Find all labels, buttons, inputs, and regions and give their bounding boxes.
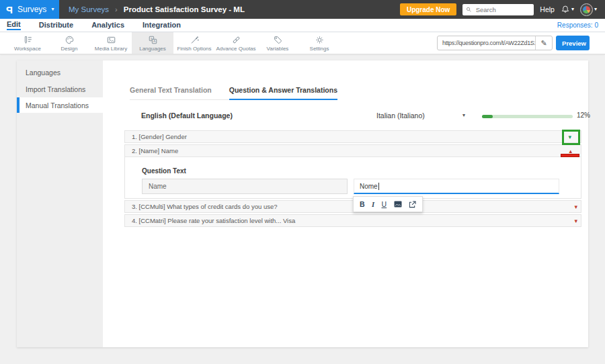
toolbar-items: Workspace Media Library Design Media Lib…: [7, 32, 340, 54]
account-menu[interactable]: ▾: [580, 3, 597, 16]
source-text-field[interactable]: Name: [142, 179, 348, 194]
preview-button[interactable]: Preview: [556, 36, 590, 50]
sidebar-item-languages[interactable]: Languages: [17, 64, 103, 80]
underline-button[interactable]: U: [382, 200, 387, 208]
question-title: 4. [CCMatri] Please rate your satisfacti…: [132, 217, 295, 224]
bold-button[interactable]: B: [360, 200, 365, 208]
chevron-down-icon: ▾: [594, 7, 597, 12]
toolbar-item-variables[interactable]: Variables: [257, 32, 298, 54]
tab-general-text-translation[interactable]: General Text Translation: [130, 86, 212, 99]
chain-link-icon: [231, 35, 241, 45]
image-icon: [394, 201, 402, 208]
target-language-select[interactable]: Italian (Italiano): [376, 111, 425, 120]
breadcrumb-separator: ›: [115, 5, 118, 13]
expand-caret-icon[interactable]: ▾: [568, 134, 571, 140]
toolbar-item-media-library[interactable]: Media Library: [90, 32, 132, 54]
edit-toolbar: Workspace Media Library Design Media Lib…: [0, 32, 605, 54]
format-toolbar: B I U: [353, 196, 423, 212]
question-row-gender[interactable]: 1. [Gender] Gender ▾: [124, 130, 581, 143]
expand-caret-icon[interactable]: ▾: [574, 218, 577, 224]
topbar-right: Upgrade Now Help ▾ ▾: [400, 3, 605, 16]
product-menu-label: Surveys: [17, 5, 46, 14]
chevron-down-icon: ▾: [51, 7, 54, 12]
gear-icon: [315, 35, 325, 45]
toolbar-item-workspace[interactable]: Workspace: [7, 32, 48, 54]
tab-question-answer-translations[interactable]: Question & Answer Translations: [229, 86, 337, 100]
avatar: [580, 3, 593, 16]
magic-wand-icon: [190, 35, 200, 45]
pencil-icon: ✎: [540, 39, 547, 48]
question-title: 1. [Gender] Gender: [132, 133, 187, 140]
expand-caret-icon[interactable]: ▾: [574, 203, 577, 210]
svg-text:a: a: [150, 37, 152, 40]
toolbar-item-languages[interactable]: aA Languages: [132, 32, 173, 54]
collapse-caret-icon[interactable]: ▴: [569, 148, 572, 154]
bell-icon: [561, 5, 570, 14]
progress-percent: 12%: [577, 111, 590, 119]
palette-icon: [65, 35, 75, 45]
workspace-icon: [23, 35, 33, 45]
breadcrumb-my-surveys[interactable]: My Surveys: [69, 5, 109, 13]
external-link-icon: [409, 201, 416, 208]
toolbar-item-finish-options[interactable]: Finish Options: [173, 32, 215, 54]
question-row-ccmatri[interactable]: 4. [CCMatri] Please rate your satisfacti…: [124, 214, 581, 227]
toolbar-item-advance-quotas[interactable]: Advance Quotas: [215, 32, 257, 54]
nav-item-integration[interactable]: Integration: [143, 21, 181, 30]
translation-tabs: General Text Translation Question & Answ…: [130, 86, 337, 100]
responses-count[interactable]: Responses: 0: [557, 21, 598, 29]
translations-sidebar: Languages Import Translations Manual Tra…: [17, 60, 103, 347]
translate-icon: aA: [148, 35, 158, 45]
nav-item-analytics[interactable]: Analytics: [91, 21, 124, 30]
global-search[interactable]: [462, 4, 534, 15]
survey-url-box: https://questionpro.com/t/AW22Zd1S1 ✎: [437, 36, 553, 50]
search-icon: [466, 6, 471, 13]
insert-image-button[interactable]: [394, 201, 402, 208]
translation-progress-bar: [482, 115, 573, 118]
insert-link-button[interactable]: [409, 201, 416, 208]
chevron-down-icon: ▾: [571, 7, 574, 12]
tag-icon: [273, 35, 283, 45]
translations-card: Languages Import Translations Manual Tra…: [17, 60, 588, 347]
upgrade-now-button[interactable]: Upgrade Now: [400, 3, 456, 15]
questionpro-logo-icon: P: [6, 4, 13, 15]
toolbar-item-settings[interactable]: Settings: [298, 32, 340, 54]
target-text-field[interactable]: Nome: [354, 179, 559, 194]
product-menu[interactable]: P Surveys ▾: [0, 0, 59, 19]
breadcrumb: My Surveys › Product Satisfaction Survey…: [69, 5, 245, 13]
question-title: 3. [CCMulti] What types of credit cards …: [132, 203, 277, 210]
image-icon: [106, 35, 116, 45]
help-link[interactable]: Help: [540, 5, 555, 13]
survey-title: Product Satisfaction Survey - ML: [124, 5, 245, 13]
sidebar-item-manual-translations[interactable]: Manual Translations: [17, 97, 103, 113]
question-title: 2. [Name] Name: [132, 147, 178, 154]
survey-nav: Edit Distribute Analytics Integration Re…: [0, 19, 605, 32]
progress-fill: [482, 115, 493, 118]
nav-item-distribute[interactable]: Distribute: [39, 21, 73, 30]
sidebar-item-import-translations[interactable]: Import Translations: [17, 81, 103, 97]
chevron-down-icon[interactable]: ▾: [462, 112, 465, 118]
survey-url[interactable]: https://questionpro.com/t/AW22Zd1S1: [438, 40, 535, 46]
notifications-button[interactable]: ▾: [561, 5, 574, 14]
translation-editor-panel: Question Text Name Nome: [124, 157, 581, 199]
source-language-label: English (Default Language): [141, 111, 233, 120]
edit-url-button[interactable]: ✎: [535, 36, 552, 50]
question-text-label: Question Text: [142, 167, 186, 175]
questionpro-app: P Surveys ▾ My Surveys › Product Satisfa…: [0, 0, 605, 364]
search-input[interactable]: [475, 5, 531, 14]
toolbar-item-design[interactable]: Media Library Design: [48, 32, 90, 54]
question-row-name[interactable]: 2. [Name] Name ▴: [124, 144, 581, 157]
question-list: 1. [Gender] Gender ▾ 2. [Name] Name ▴ Qu…: [124, 130, 581, 227]
italic-button[interactable]: I: [372, 201, 374, 208]
nav-item-edit[interactable]: Edit: [7, 20, 21, 30]
top-bar: P Surveys ▾ My Surveys › Product Satisfa…: [0, 0, 605, 19]
